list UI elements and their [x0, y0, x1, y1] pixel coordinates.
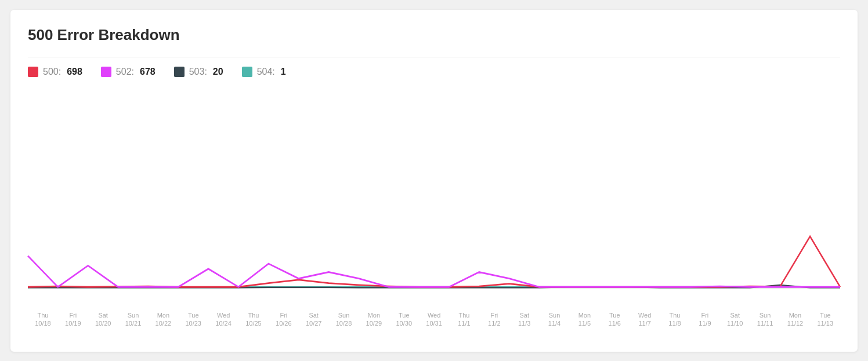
x-tick-day: Wed: [630, 311, 660, 319]
legend-item-503: 503: 20: [174, 67, 223, 77]
legend-label-500: 500:: [43, 67, 61, 77]
x-tick: Fri10/19: [58, 311, 88, 328]
x-tick: Sun11/11: [750, 311, 780, 328]
divider: [28, 57, 840, 57]
x-tick-date: 11/2: [479, 319, 509, 327]
x-tick-date: 11/1: [449, 319, 479, 327]
x-tick: Mon10/22: [148, 311, 178, 328]
x-tick-date: 11/9: [690, 319, 720, 327]
x-tick-date: 10/23: [178, 319, 208, 327]
legend-item-502: 502: 678: [101, 67, 155, 77]
x-tick: Sat11/3: [509, 311, 540, 328]
line-502: [28, 256, 840, 287]
x-tick-day: Sat: [88, 311, 118, 319]
legend-label-502: 502:: [116, 67, 134, 77]
legend-value-500: 698: [67, 67, 82, 77]
x-tick-day: Sun: [118, 311, 149, 319]
legend-swatch-503: [174, 67, 185, 77]
x-tick-date: 11/6: [599, 319, 630, 327]
x-tick-date: 11/10: [720, 319, 750, 327]
x-tick: Mon11/12: [780, 311, 810, 328]
x-tick-date: 10/24: [208, 319, 238, 327]
x-tick-date: 11/13: [810, 319, 840, 327]
legend-swatch-500: [28, 67, 38, 77]
x-tick: Wed10/31: [419, 311, 449, 328]
x-tick-date: 10/26: [269, 319, 299, 327]
legend-value-504: 1: [281, 67, 286, 77]
x-tick-day: Fri: [479, 311, 509, 319]
x-tick-date: 10/25: [238, 319, 269, 327]
x-tick-date: 10/28: [329, 319, 359, 327]
x-tick-date: 11/5: [569, 319, 599, 327]
chart-area: [28, 87, 840, 308]
legend-value-502: 678: [140, 67, 155, 77]
x-tick-date: 10/30: [389, 319, 419, 327]
x-tick-day: Sun: [329, 311, 359, 319]
legend-label-504: 504:: [257, 67, 275, 77]
x-tick-day: Sat: [720, 311, 750, 319]
x-tick-day: Sun: [750, 311, 780, 319]
x-tick: Tue10/23: [178, 311, 208, 328]
x-tick-date: 10/29: [359, 319, 389, 327]
x-tick-day: Fri: [269, 311, 299, 319]
x-tick: Mon10/29: [359, 311, 389, 328]
x-tick-date: 10/18: [28, 319, 58, 327]
x-tick: Thu10/25: [238, 311, 269, 328]
legend: 500: 698 502: 678 503: 20 504: 1: [28, 67, 840, 77]
x-tick: Tue11/13: [810, 311, 840, 328]
x-tick: Sat10/27: [299, 311, 329, 328]
x-tick: Tue10/30: [389, 311, 419, 328]
x-tick-date: 11/7: [630, 319, 660, 327]
x-tick: Thu10/18: [28, 311, 58, 328]
legend-label-503: 503:: [189, 67, 207, 77]
x-tick-date: 11/3: [509, 319, 540, 327]
x-axis: Thu10/18Fri10/19Sat10/20Sun10/21Mon10/22…: [28, 311, 840, 328]
x-tick-day: Tue: [178, 311, 208, 319]
x-tick-day: Wed: [208, 311, 238, 319]
x-tick-date: 11/12: [780, 319, 810, 327]
x-tick-day: Thu: [660, 311, 690, 319]
line-500: [28, 236, 840, 287]
x-tick-day: Thu: [449, 311, 479, 319]
x-tick: Fri10/26: [269, 311, 299, 328]
x-tick: Wed10/24: [208, 311, 238, 328]
x-tick-day: Sat: [509, 311, 540, 319]
legend-item-500: 500: 698: [28, 67, 82, 77]
x-tick-date: 10/27: [299, 319, 329, 327]
x-tick: Fri11/9: [690, 311, 720, 328]
x-tick-day: Sun: [540, 311, 570, 319]
x-tick-day: Thu: [238, 311, 269, 319]
x-tick: Thu11/1: [449, 311, 479, 328]
x-tick: Mon11/5: [569, 311, 599, 328]
x-tick-day: Thu: [28, 311, 58, 319]
x-tick-day: Wed: [419, 311, 449, 319]
x-tick: Sun10/28: [329, 311, 359, 328]
x-tick-date: 11/8: [660, 319, 690, 327]
chart-container: 500 Error Breakdown 500: 698 502: 678 50…: [10, 10, 858, 352]
x-tick-day: Mon: [569, 311, 599, 319]
x-tick-date: 11/4: [540, 319, 570, 327]
legend-value-503: 20: [213, 67, 223, 77]
x-tick-day: Mon: [148, 311, 178, 319]
legend-swatch-504: [242, 67, 252, 77]
x-tick-day: Mon: [359, 311, 389, 319]
x-tick: Sat10/20: [88, 311, 118, 328]
x-tick: Tue11/6: [599, 311, 630, 328]
x-tick-day: Tue: [810, 311, 840, 319]
x-tick-date: 10/22: [148, 319, 178, 327]
x-tick-day: Sat: [299, 311, 329, 319]
x-tick: Sun11/4: [540, 311, 570, 328]
x-tick-date: 10/21: [118, 319, 149, 327]
legend-item-504: 504: 1: [242, 67, 286, 77]
x-tick-day: Mon: [780, 311, 810, 319]
x-tick-date: 11/11: [750, 319, 780, 327]
x-tick-day: Tue: [599, 311, 630, 319]
chart-title: 500 Error Breakdown: [28, 26, 840, 44]
x-tick: Sat11/10: [720, 311, 750, 328]
x-tick: Thu11/8: [660, 311, 690, 328]
chart-svg: [28, 87, 840, 308]
x-tick-date: 10/19: [58, 319, 88, 327]
legend-swatch-502: [101, 67, 111, 77]
x-tick: Wed11/7: [630, 311, 660, 328]
x-tick-day: Fri: [58, 311, 88, 319]
